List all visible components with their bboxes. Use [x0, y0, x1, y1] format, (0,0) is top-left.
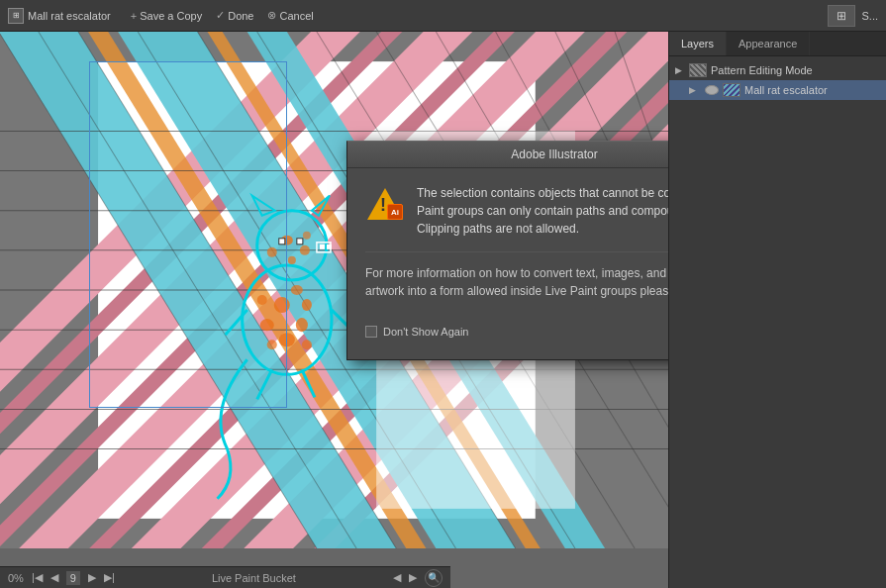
- svg-rect-57: [297, 239, 303, 245]
- search-button[interactable]: 🔍: [425, 569, 443, 587]
- done-button[interactable]: ✓ Done: [216, 9, 253, 22]
- check-icon: ✓: [216, 9, 225, 22]
- grid-view-button[interactable]: ⊞: [828, 5, 855, 27]
- nav-prev[interactable]: ◀: [50, 571, 58, 584]
- status-bar: 0% |◀ ◀ 9 ▶ ▶| Live Paint Bucket ◀ ▶ 🔍: [0, 566, 450, 588]
- nav-next[interactable]: ▶: [88, 571, 96, 584]
- layer-expand-icon-2: ▶: [689, 85, 699, 95]
- right-panel: Layers Appearance ▶ Pattern Editing Mode…: [668, 32, 886, 588]
- tab-appearance[interactable]: Appearance: [727, 32, 810, 55]
- layer-row-mall-rat[interactable]: ▶ Mall rat escalator: [669, 80, 886, 100]
- tab-layers-label: Layers: [681, 38, 714, 49]
- svg-point-45: [291, 285, 303, 295]
- plus-icon: +: [131, 10, 137, 22]
- layer-name-pattern: Pattern Editing Mode: [711, 64, 880, 76]
- layer-visibility-eye[interactable]: [705, 85, 719, 95]
- svg-point-46: [267, 340, 277, 349]
- svg-point-42: [279, 333, 295, 346]
- tool-name: Live Paint Bucket: [123, 572, 385, 584]
- dialog-title: Adobe Illustrator: [511, 147, 597, 161]
- layer-thumbnail-mall-rat: [723, 83, 740, 97]
- dont-show-row[interactable]: Don't Show Again: [365, 326, 469, 338]
- doc-name-area: ⊞ Mall rat escalator: [8, 8, 111, 24]
- svg-point-39: [274, 297, 290, 313]
- canvas-area[interactable]: 0% |◀ ◀ 9 ▶ ▶| Live Paint Bucket ◀ ▶ 🔍 A…: [0, 32, 668, 588]
- arrow-right-status[interactable]: ▶: [409, 571, 417, 584]
- dialog-primary-text: The selection contains objects that cann…: [417, 184, 668, 238]
- save-copy-label: Save a Copy: [140, 10, 202, 22]
- s-label: S...: [861, 10, 878, 22]
- layer-thumbnail-pattern: [689, 63, 707, 77]
- cancel-label: Cancel: [279, 10, 313, 22]
- nav-next-next[interactable]: ▶|: [104, 571, 115, 584]
- dialog-message-row: Ai The selection contains objects that c…: [365, 184, 668, 238]
- nav-prev-prev[interactable]: |◀: [32, 571, 43, 584]
- toolbar-actions: + Save a Copy ✓ Done ⊗ Cancel: [131, 9, 314, 22]
- layer-name-mall-rat: Mall rat escalator: [744, 84, 880, 96]
- top-toolbar: ⊞ Mall rat escalator + Save a Copy ✓ Don…: [0, 0, 886, 32]
- svg-point-51: [267, 247, 277, 257]
- svg-point-44: [257, 295, 267, 305]
- arrow-left-status[interactable]: ◀: [393, 571, 401, 584]
- svg-rect-64: [327, 245, 332, 249]
- svg-point-52: [288, 256, 296, 264]
- doc-icon: ⊞: [8, 8, 24, 24]
- cancel-button[interactable]: ⊗ Cancel: [267, 9, 313, 22]
- done-label: Done: [228, 10, 253, 22]
- dialog: Adobe Illustrator Ai The selection conta…: [346, 141, 668, 360]
- doc-name-label: Mall rat escalator: [28, 10, 111, 22]
- grid-icon: ⊞: [837, 9, 846, 23]
- svg-point-43: [302, 299, 312, 311]
- dialog-secondary-text: For more information on how to convert t…: [365, 264, 668, 300]
- svg-point-50: [300, 245, 310, 255]
- main-area: 0% |◀ ◀ 9 ▶ ▶| Live Paint Bucket ◀ ▶ 🔍 A…: [0, 32, 886, 588]
- panel-tabs: Layers Appearance: [669, 32, 886, 56]
- top-right-controls: ⊞ S...: [828, 5, 878, 27]
- svg-point-40: [296, 318, 308, 332]
- tab-layers[interactable]: Layers: [669, 32, 727, 55]
- tab-appearance-label: Appearance: [738, 38, 797, 49]
- warning-icon: Ai: [365, 184, 405, 224]
- cancel-icon: ⊗: [267, 9, 276, 22]
- svg-rect-63: [320, 245, 325, 249]
- doc-icon-label: ⊞: [13, 11, 20, 20]
- ai-badge: Ai: [387, 204, 403, 220]
- layer-expand-icon: ▶: [675, 65, 685, 75]
- zoom-level: 0%: [8, 572, 24, 584]
- svg-rect-56: [279, 239, 285, 245]
- layer-row-pattern[interactable]: ▶ Pattern Editing Mode: [669, 60, 886, 80]
- dialog-body: Ai The selection contains objects that c…: [347, 168, 668, 359]
- svg-point-47: [302, 340, 312, 349]
- dialog-titlebar: Adobe Illustrator: [347, 142, 668, 168]
- page-number[interactable]: 9: [66, 571, 80, 585]
- save-copy-button[interactable]: + Save a Copy: [131, 10, 202, 22]
- svg-point-53: [303, 232, 311, 240]
- dont-show-label: Don't Show Again: [383, 326, 469, 338]
- dialog-divider: [365, 251, 668, 252]
- svg-point-41: [260, 319, 274, 331]
- dialog-footer: Don't Show Again OK: [365, 316, 668, 343]
- dont-show-checkbox[interactable]: [365, 326, 377, 338]
- panel-content: ▶ Pattern Editing Mode ▶ Mall rat escala…: [669, 56, 886, 588]
